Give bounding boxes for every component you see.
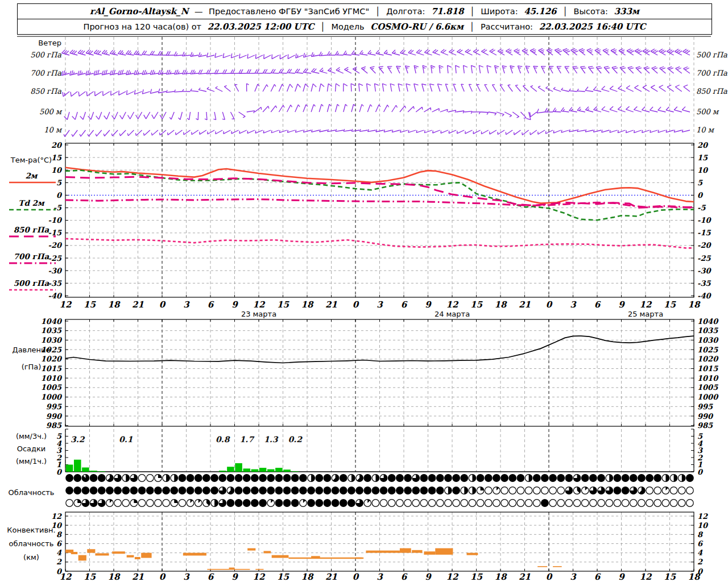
svg-text:10: 10 — [697, 521, 709, 530]
svg-text:-15: -15 — [697, 228, 711, 237]
svg-text:1025: 1025 — [697, 346, 718, 354]
svg-text:0: 0 — [159, 300, 166, 310]
svg-text:15: 15 — [84, 572, 96, 582]
svg-text:-40: -40 — [48, 292, 63, 300]
calculated-value: 22.03.2025 16:40 UTC — [539, 22, 646, 32]
svg-text:2: 2 — [697, 558, 703, 566]
svg-text:985: 985 — [697, 421, 713, 430]
svg-text:10: 10 — [697, 166, 709, 174]
svg-text:-20: -20 — [48, 241, 63, 250]
svg-text:15: 15 — [277, 572, 289, 582]
legend-line-700hpa — [8, 261, 57, 265]
legend-line-2m — [8, 180, 57, 185]
svg-text:9: 9 — [425, 300, 432, 310]
wind-level-500m-left: 500 м — [0, 107, 61, 116]
svg-text:18: 18 — [301, 572, 314, 582]
svg-text:21: 21 — [132, 572, 144, 582]
legend-line-td2m — [8, 207, 57, 212]
svg-text:-10: -10 — [48, 216, 63, 225]
svg-text:-10: -10 — [697, 216, 712, 225]
provider-text: Предоставлено ФГБУ "ЗапСиб УГМС" — [209, 7, 369, 16]
separator: │ — [320, 19, 325, 34]
svg-text:0: 0 — [353, 572, 359, 582]
wind-level-500hpa-right: 500 гПа — [696, 51, 728, 59]
svg-text:1000: 1000 — [41, 393, 63, 401]
separator: │ — [562, 4, 568, 19]
convective-panel: 121210108866442200 — [51, 512, 709, 576]
svg-text:9: 9 — [618, 300, 625, 310]
legend-label-td2m: Td 2м — [0, 198, 63, 207]
svg-text:6: 6 — [594, 572, 601, 582]
svg-text:3: 3 — [570, 300, 577, 310]
svg-text:3: 3 — [377, 572, 383, 582]
svg-text:1000: 1000 — [697, 393, 719, 401]
svg-text:-25: -25 — [697, 254, 711, 263]
svg-text:15: 15 — [664, 300, 676, 310]
svg-text:18: 18 — [495, 572, 507, 582]
svg-text:21: 21 — [325, 300, 337, 310]
svg-text:12: 12 — [60, 572, 72, 582]
convective-bars — [65, 548, 562, 570]
legend-line-850hpa — [8, 234, 57, 239]
svg-text:9: 9 — [425, 572, 432, 582]
svg-text:0: 0 — [353, 300, 359, 310]
svg-text:18: 18 — [688, 572, 701, 582]
cloudiness-label: Облачность — [0, 488, 63, 497]
svg-text:995: 995 — [697, 402, 713, 411]
svg-text:6: 6 — [594, 300, 601, 310]
svg-text:985: 985 — [46, 421, 62, 430]
svg-text:15: 15 — [470, 300, 483, 310]
temperature-panel-title: Тем-ра(°C) — [0, 156, 63, 164]
altitude-label: Высота: — [574, 7, 608, 16]
wind-panel-title: Ветер — [0, 39, 61, 47]
svg-text:18: 18 — [495, 300, 507, 310]
svg-text:18: 18 — [301, 300, 314, 310]
svg-text:18: 18 — [108, 572, 121, 582]
forecast-label: Прогноз на 120 часа(ов) от — [84, 22, 202, 31]
svg-text:6: 6 — [208, 572, 214, 582]
svg-text:990: 990 — [46, 412, 63, 421]
svg-text:0: 0 — [159, 572, 166, 582]
svg-text:3: 3 — [570, 572, 577, 582]
svg-text:15: 15 — [470, 572, 483, 582]
svg-text:3: 3 — [377, 300, 383, 310]
svg-text:0.1: 0.1 — [119, 435, 133, 444]
svg-text:21: 21 — [132, 300, 144, 310]
precip-sum-labels: 3.20.10.81.71.30.2 — [71, 435, 303, 444]
svg-text:6: 6 — [401, 572, 408, 582]
svg-text:3.2: 3.2 — [71, 435, 85, 444]
date-label-23-march: 23 марта — [241, 310, 276, 318]
svg-text:9: 9 — [231, 300, 238, 310]
svg-text:995: 995 — [46, 402, 62, 411]
separator: │ — [470, 19, 475, 34]
station-name: rAl_Gorno-Altaysk_N — [90, 6, 188, 16]
svg-text:1035: 1035 — [697, 326, 718, 335]
svg-text:1030: 1030 — [697, 336, 719, 344]
header-dash: — — [195, 7, 203, 16]
precip-label: Осадки — [0, 444, 63, 453]
svg-text:0.2: 0.2 — [288, 435, 303, 444]
precip-panel: 001122334455 — [56, 429, 704, 476]
svg-text:1015: 1015 — [697, 364, 718, 373]
svg-text:9: 9 — [618, 572, 625, 582]
svg-text:1.7: 1.7 — [240, 435, 255, 444]
altitude-value: 333м — [614, 6, 639, 16]
svg-text:1040: 1040 — [697, 317, 719, 326]
svg-text:6: 6 — [208, 300, 214, 310]
cloudiness-rows — [66, 475, 693, 507]
meteogram-canvas: 2020151510105500-5-5-10-10-15-15-20-20-2… — [0, 0, 728, 582]
model-label: Модель — [331, 22, 364, 31]
precip-1h-unit-label: (мм/1ч.) — [0, 457, 63, 465]
wind-level-850hpa-left: 850 гПа — [0, 87, 61, 95]
wind-level-500m-right: 500 м — [696, 107, 728, 116]
svg-text:21: 21 — [519, 572, 531, 582]
svg-text:18: 18 — [108, 300, 121, 310]
wind-level-10m-left: 10 м — [0, 126, 61, 134]
svg-text:4: 4 — [697, 548, 703, 557]
svg-text:-35: -35 — [697, 279, 711, 288]
svg-text:1005: 1005 — [697, 383, 718, 392]
pressure-panel: 1040104010351035103010301025102510201020… — [41, 317, 719, 430]
svg-text:1.3: 1.3 — [264, 435, 279, 444]
temperature-panel: 2020151510105500-5-5-10-10-15-15-20-20-2… — [48, 141, 712, 300]
svg-text:18: 18 — [688, 300, 701, 310]
